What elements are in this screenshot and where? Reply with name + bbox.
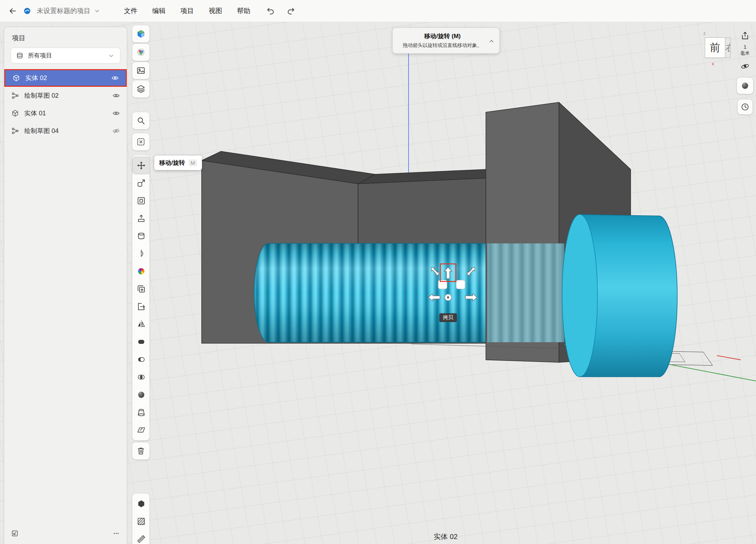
view-cube[interactable]: z 前 右 x [701,32,737,66]
tool-intersect[interactable] [132,368,150,386]
x-axis-line [717,356,741,360]
gizmo-plane-handle-right[interactable] [456,280,465,289]
grid-scale-indicator: 1 毫米 [740,44,750,56]
sketch-nodes-icon [11,92,19,99]
tool-material[interactable] [132,495,150,513]
visibility-toggle[interactable] [109,72,121,84]
project-title: 未设置标题的项目 [37,6,90,16]
tool-sketch-plane[interactable] [132,421,150,439]
tool-delete[interactable] [132,442,150,460]
list-item-sketch-04[interactable]: 绘制草图 04 [4,122,127,140]
import-icon [11,530,19,537]
search-icon [136,116,145,125]
item-label: 实体 01 [24,109,46,117]
orbit-icon [740,62,750,71]
list-item-solid-02[interactable]: 实体 02 [4,69,127,87]
tool-color[interactable] [132,262,150,280]
tool-loft[interactable] [132,404,150,421]
right-toolbar: 1 毫米 [736,30,755,115]
project-filter-select[interactable]: 所有项目 [11,48,120,64]
list-item-solid-01[interactable]: 实体 01 [4,104,127,122]
eye-off-icon [112,127,120,135]
import-button[interactable] [8,527,21,540]
tool-subtract[interactable] [132,351,150,368]
mirror-icon [137,320,146,329]
export-icon [137,302,146,311]
sketch-nodes-icon [11,127,19,135]
more-options-button[interactable] [110,527,123,540]
tool-export[interactable] [132,298,150,315]
menu-file[interactable]: 文件 [117,0,145,22]
view-cube-right-label: 右 [725,42,731,54]
scale-unit: 毫米 [740,50,750,56]
sketch-plane-icon [137,425,146,435]
menu-bar: 文件 编辑 项目 视图 帮助 [117,0,258,22]
visibility-toggle[interactable] [111,108,122,119]
tool-view-cube[interactable] [132,25,150,43]
tool-texture[interactable] [132,513,150,530]
solid-cube-icon [11,109,19,117]
tool-extrude[interactable] [132,210,150,227]
shaded-view-button[interactable] [737,77,754,94]
info-panel-title: 移动/旋转 (M) [401,32,484,40]
menu-edit[interactable]: 编辑 [145,0,173,22]
project-title-menu[interactable]: 未设置标题的项目 [37,6,101,16]
tool-sphere[interactable] [132,386,150,404]
list-item-sketch-02[interactable]: 绘制草图 02 [4,87,127,104]
menu-view[interactable]: 视图 [201,0,230,22]
layers-icon [136,84,145,93]
view-cube-front-face[interactable]: 前 [705,37,725,58]
tool-info-panel: 移动/旋转 (M) 拖动箭头以旋转或沿直线移动对象。 [392,28,500,54]
redo-button[interactable] [285,5,297,17]
item-label: 绘制草图 02 [24,91,59,100]
undo-icon [266,6,275,16]
left-toolbar [132,25,150,544]
item-list: 实体 02 绘制草图 02 实体 01 绘制草图 04 [4,69,127,140]
solid-02-bolt-head[interactable] [562,214,677,377]
tool-clear-selection[interactable] [132,133,150,151]
tool-offset[interactable] [132,192,150,210]
tool-mirror[interactable] [132,315,150,333]
tool-union[interactable] [132,333,150,351]
union-icon [137,337,146,346]
visibility-toggle[interactable] [111,90,122,101]
clear-selection-icon [136,137,145,146]
revolve-icon [137,249,146,258]
tool-move-rotate[interactable] [132,157,150,174]
tool-shell[interactable] [132,227,150,245]
project-filter-label: 所有项目 [28,52,52,60]
menu-help[interactable]: 帮助 [230,0,258,22]
view-cube-right-face[interactable]: 右 [725,37,731,58]
tool-appearance[interactable] [132,43,150,61]
image-icon [136,66,145,75]
tool-search[interactable] [132,112,150,129]
solid-02-bolt-shaft[interactable] [254,243,487,342]
selected-object-label: 实体 02 [434,532,458,542]
share-button[interactable] [739,30,751,41]
collapse-panel-button[interactable] [487,36,496,46]
visibility-toggle[interactable] [111,125,122,137]
tool-layers[interactable] [132,80,150,98]
tool-measure[interactable] [132,530,150,544]
loft-icon [137,408,146,417]
tool-hint-tooltip: 移动/旋转 M [154,156,202,170]
eye-icon [111,74,119,82]
tool-revolve[interactable] [132,245,150,262]
tool-duplicate[interactable] [132,280,150,298]
top-bar: 未设置标题的项目 文件 编辑 项目 视图 帮助 [0,0,756,22]
back-button[interactable] [6,5,19,17]
app-logo-icon [23,7,31,15]
orbit-button[interactable] [739,61,751,72]
scale-icon [137,179,146,188]
undo-button[interactable] [264,5,277,17]
app-window: { "topbar": { "title": "未设置标题的项目", "menu… [0,0,756,544]
tool-image[interactable] [132,62,150,79]
menu-project[interactable]: 项目 [173,0,201,22]
bolt-shaft-hidden-section [487,243,564,342]
eye-icon [112,92,120,99]
back-arrow-icon [8,6,17,16]
gizmo-center-dot [447,296,449,298]
history-button[interactable] [737,99,753,115]
tool-scale[interactable] [132,174,150,192]
subtract-icon [137,355,146,364]
